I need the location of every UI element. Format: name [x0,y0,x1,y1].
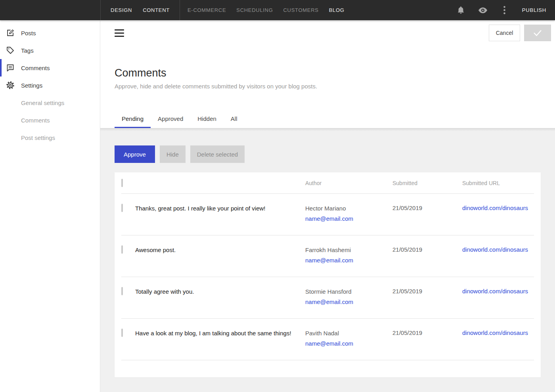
tab-pending[interactable]: Pending [115,111,151,128]
submitted-date: 21/05/2019 [392,277,462,319]
sidebar-item-tags[interactable]: Tags [0,42,100,59]
author-name: Hector Mariano [305,205,392,212]
author-name: Pavith Nadal [305,329,392,337]
topbar-nav-secondary: E-COMMERCE SCHEDULING CUSTOMERS BLOG [180,0,344,20]
author-email-link[interactable]: name@email.com [305,298,392,305]
sidebar-item-comments-settings[interactable]: Comments [0,111,100,129]
topbar-nav-primary: DESIGN CONTENT [101,0,180,20]
author-name: Farrokh Hashemi [305,246,392,254]
submitted-date: 21/05/2019 [392,194,462,235]
content-area: Approve Hide Delete selected Author Subm… [100,128,555,392]
page-subtitle: Approve, hide and delete comments submit… [115,83,317,90]
column-header-submitted-url: Submitted URL [462,180,541,186]
tab-hidden[interactable]: Hidden [190,111,224,128]
comment-icon [6,63,15,72]
cancel-button[interactable]: Cancel [489,25,520,41]
confirm-button[interactable] [524,25,551,41]
eye-icon[interactable] [478,6,487,15]
table-row: Thanks, great post. I really like your p… [115,194,541,235]
sidebar-item-label: Posts [21,30,36,36]
compose-icon [6,29,15,37]
action-row: Approve Hide Delete selected [115,145,555,163]
page-title: Comments [115,67,317,79]
author-name: Stormie Hansford [305,288,392,296]
column-header-author: Author [305,180,392,186]
submitted-url-link[interactable]: dinoworld.com/dinosaurs [462,246,528,253]
kebab-menu-icon[interactable] [500,6,509,15]
submitted-url-link[interactable]: dinoworld.com/dinosaurs [462,205,528,211]
comment-text: Totally agree with you. [135,277,305,319]
topbar-right: PUBLISH [457,0,555,20]
sidebar-item-label: Settings [21,82,42,89]
author-email-link[interactable]: name@email.com [305,340,392,347]
column-header-submitted: Submitted [392,180,462,186]
sidebar-item-settings[interactable]: Settings [0,76,100,94]
main-area: Cancel Comments Approve, hide and delete… [100,20,555,392]
main-header: Cancel Comments Approve, hide and delete… [100,20,555,128]
author-email-link[interactable]: name@email.com [305,257,392,264]
bell-icon[interactable] [457,6,465,15]
hide-button[interactable]: Hide [160,145,186,163]
submitted-url-link[interactable]: dinoworld.com/dinosaurs [462,329,528,336]
table-row: Have a look at my blog, I am talking abo… [115,319,541,360]
tab-bar: Pending Approved Hidden All [115,111,245,128]
nav-scheduling[interactable]: SCHEDULING [236,7,273,13]
sidebar-item-post-settings[interactable]: Post settings [0,129,100,146]
sidebar-item-comments[interactable]: Comments [0,59,100,76]
row-checkbox[interactable] [121,204,123,212]
gear-icon [6,81,15,90]
comments-table: Author Submitted Submitted URL Thanks, g… [115,172,541,377]
topbar-spacer [0,0,101,20]
nav-ecommerce[interactable]: E-COMMERCE [188,7,226,13]
table-row: Awesome post. Farrokh Hashemi name@email… [115,235,541,277]
tab-approved[interactable]: Approved [151,111,190,128]
submitted-url-link[interactable]: dinoworld.com/dinosaurs [462,288,528,294]
sidebar-item-label: Tags [21,47,34,54]
comment-text: Have a look at my blog, I am talking abo… [135,319,305,360]
select-all-checkbox[interactable] [121,179,123,187]
delete-selected-button[interactable]: Delete selected [190,145,245,163]
sidebar: Posts Tags Comments Settings G [0,20,100,392]
publish-button[interactable]: PUBLISH [522,7,546,13]
row-checkbox[interactable] [121,329,123,337]
comment-text: Thanks, great post. I really like your p… [135,194,305,235]
sidebar-item-general-settings[interactable]: General settings [0,94,100,111]
approve-button[interactable]: Approve [115,145,155,163]
submitted-date: 21/05/2019 [392,319,462,360]
nav-content[interactable]: CONTENT [143,7,170,13]
topbar: DESIGN CONTENT E-COMMERCE SCHEDULING CUS… [0,0,555,20]
table-row: Totally agree with you. Stormie Hansford… [115,277,541,319]
row-checkbox[interactable] [121,287,123,295]
table-header-row: Author Submitted Submitted URL [115,172,541,194]
check-icon [533,29,542,36]
comment-text: Awesome post. [135,235,305,277]
page-head: Comments Approve, hide and delete commen… [115,67,317,90]
row-checkbox[interactable] [121,245,123,254]
sidebar-item-label: Comments [21,65,50,71]
hamburger-menu-icon[interactable] [115,29,124,37]
nav-customers[interactable]: CUSTOMERS [283,7,319,13]
submitted-date: 21/05/2019 [392,235,462,277]
author-email-link[interactable]: name@email.com [305,215,392,222]
nav-design[interactable]: DESIGN [111,7,132,13]
sidebar-item-posts[interactable]: Posts [0,24,100,42]
tag-icon [6,46,15,55]
nav-blog[interactable]: BLOG [329,7,344,13]
tab-all[interactable]: All [224,111,245,128]
